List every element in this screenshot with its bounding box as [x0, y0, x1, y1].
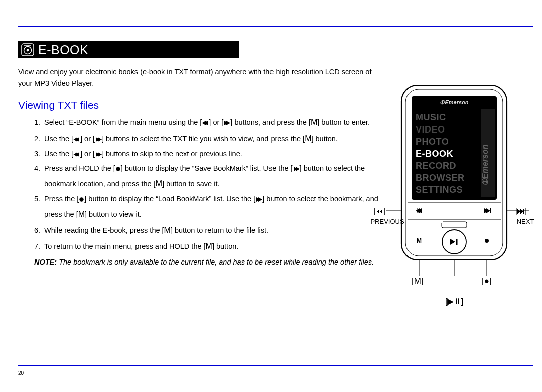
- t: ] button to view it.: [85, 210, 142, 218]
- record-icon: [79, 197, 84, 202]
- device-svg: ①Emerson ①Emerson MUSIC VIDEO PHOTO E-BO…: [386, 85, 532, 276]
- section-banner: E-BOOK: [18, 41, 239, 58]
- page-number: 20: [18, 370, 24, 376]
- t: Press the [: [44, 195, 79, 203]
- prev-label: PREVIOUS: [367, 218, 408, 225]
- main-content: E-BOOK View and enjoy your electronic bo…: [18, 41, 379, 269]
- menu-video: VIDEO: [416, 124, 445, 135]
- next-icon: [255, 197, 262, 202]
- device-illustration: ①Emerson ①Emerson MUSIC VIDEO PHOTO E-BO…: [386, 85, 537, 278]
- top-rule: [18, 26, 533, 27]
- t: M: [156, 179, 162, 188]
- t: While reading the E-book, press the [: [44, 226, 164, 234]
- step-2: Use the [] or [] buttons to select the T…: [42, 130, 379, 147]
- t: ] or [: [80, 135, 95, 143]
- steps-list: Select “E-BOOK” from the main menu using…: [18, 114, 379, 254]
- next-symbol: [⏭]: [515, 207, 526, 216]
- t: ” list. Use the [: [209, 195, 256, 203]
- svg-text:①Emerson: ①Emerson: [440, 99, 468, 105]
- t: Use the [: [44, 135, 73, 143]
- t: E-BOOK: [69, 118, 97, 126]
- dot-symbol: [●]: [482, 276, 492, 286]
- svg-point-2: [27, 49, 29, 52]
- t: ] button.: [212, 242, 238, 250]
- ebook-icon: [21, 43, 34, 56]
- t: ] or [: [209, 118, 223, 126]
- t: M: [206, 242, 212, 250]
- step-4: Press and HOLD the [] button to display …: [42, 161, 379, 192]
- step-7: To return to the main menu, press and HO…: [42, 238, 379, 254]
- svg-text:M: M: [417, 237, 422, 244]
- t: ] buttons to skip to the next or previou…: [102, 150, 242, 158]
- prev-symbol: [⏮]: [374, 207, 385, 216]
- t: ] button to display the “: [84, 195, 158, 203]
- t: ] button to save it.: [162, 180, 219, 188]
- t: M: [311, 118, 317, 126]
- t: M: [164, 226, 171, 234]
- note-lead: NOTE:: [34, 258, 57, 266]
- svg-point-3: [116, 167, 120, 171]
- prev-icon: [73, 152, 80, 157]
- bottom-rule: [18, 365, 533, 366]
- banner-title: E-BOOK: [38, 43, 88, 57]
- playpause-symbol: [▶⏸]: [445, 296, 463, 307]
- svg-point-4: [80, 198, 84, 202]
- step-6: While reading the E-book, press the [M] …: [42, 222, 379, 238]
- svg-rect-19: [490, 208, 491, 213]
- step-3: Use the [] or [] buttons to skip to the …: [42, 147, 379, 161]
- menu-photo: PHOTO: [416, 137, 449, 147]
- t: ] buttons, and press the [: [230, 118, 311, 126]
- intro-text: View and enjoy your electronic books (e-…: [18, 66, 379, 89]
- t: ” from the main menu using the [: [97, 118, 202, 126]
- t: Use the [: [44, 150, 73, 158]
- t: ] buttons to select the TXT file you wis…: [102, 135, 305, 143]
- menu-ebook: E-BOOK: [416, 149, 453, 159]
- next-icon: [223, 120, 230, 126]
- t: ” list. Use the [: [246, 164, 293, 172]
- next-icon: [293, 166, 300, 172]
- menu-music: MUSIC: [416, 112, 446, 122]
- svg-point-24: [485, 239, 489, 243]
- menu-browser: BROWSER: [416, 173, 465, 183]
- t: ] button to return to the file list.: [171, 226, 268, 234]
- t: M: [78, 210, 85, 218]
- svg-rect-22: [456, 239, 458, 245]
- step-1: Select “E-BOOK” from the main menu using…: [42, 114, 379, 130]
- t: Press and HOLD the [: [44, 164, 115, 172]
- t: Select “: [44, 118, 69, 126]
- next-label: NEXT: [510, 218, 540, 225]
- t: ] or [: [80, 150, 95, 158]
- prev-icon: [202, 120, 209, 126]
- t: ] button.: [311, 135, 337, 143]
- t: To return to the main menu, press and HO…: [44, 242, 206, 250]
- t: Save BookMark: [195, 164, 246, 172]
- section-title: Viewing TXT files: [18, 99, 379, 111]
- t: ] button to enter.: [317, 118, 370, 126]
- prev-icon: [73, 137, 80, 142]
- note-text: The bookmark is only available to the cu…: [57, 258, 374, 266]
- t: Load BookMark: [158, 195, 209, 203]
- step-5: Press the [] button to display the “Load…: [42, 192, 379, 222]
- menu-settings: SETTINGS: [416, 185, 463, 195]
- m-symbol: [M]: [412, 276, 424, 286]
- svg-text:①Emerson: ①Emerson: [481, 144, 489, 186]
- next-icon: [95, 152, 102, 157]
- menu-record: RECORD: [416, 161, 456, 171]
- note: NOTE: The bookmark is only available to …: [34, 256, 379, 268]
- t: ] button to display the “: [121, 164, 195, 172]
- next-icon: [95, 137, 102, 142]
- record-icon: [115, 166, 121, 172]
- t: M: [305, 134, 311, 143]
